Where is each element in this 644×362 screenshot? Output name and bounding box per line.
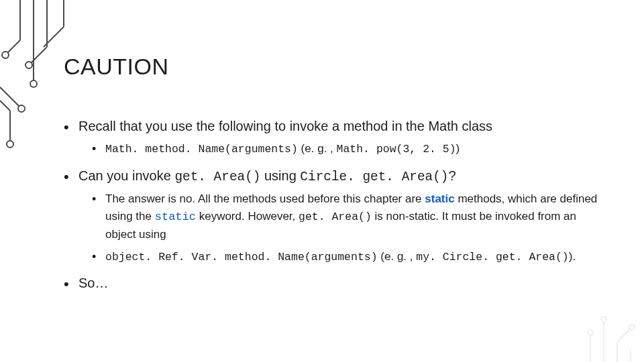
bullet-2-sub-2: object. Ref. Var. method. Name(arguments…: [92, 248, 604, 266]
text-close-2: ).: [569, 250, 576, 263]
text-answerno-c: keyword. However,: [196, 210, 299, 223]
static-keyword: static: [155, 210, 196, 223]
bullet-2: Can you invoke get. Area() using Circle.…: [64, 166, 604, 266]
code-math-pow: Math. pow(3, 2. 5): [337, 143, 456, 156]
code-objectrefvar: object. Ref. Var. method. Name(arguments…: [105, 251, 378, 263]
bullet-1-sublist: Math. method. Name(arguments) (e. g. , M…: [92, 140, 604, 158]
slide-title: CAUTION: [64, 54, 604, 80]
code-circle-getarea: Circle. get. Area(): [300, 170, 448, 184]
text-paren-close: ): [456, 142, 460, 155]
code-mycircle-getarea: my. Circle. get. Area(): [416, 251, 569, 263]
slide-content: CAUTION Recall that you use the followin…: [0, 0, 644, 362]
code-getarea: get. Area(): [174, 170, 260, 184]
bullet-1-sub-1: Math. method. Name(arguments) (e. g. , M…: [92, 140, 604, 158]
text-eg: (e. g. ,: [298, 142, 337, 155]
text-answerno-a: The answer is no. All the methods used b…: [105, 192, 425, 205]
static-word-1: static: [425, 192, 454, 205]
bullet-1: Recall that you use the following to inv…: [64, 117, 604, 158]
bullet-2-pre: Can you invoke: [78, 168, 174, 183]
bullet-list: Recall that you use the following to inv…: [64, 117, 604, 293]
bullet-2-sublist: The answer is no. All the methods used b…: [92, 190, 604, 266]
text-eg-2: (e. g. ,: [378, 250, 417, 263]
bullet-3: So…: [64, 274, 604, 293]
bullet-1-text: Recall that you use the following to inv…: [78, 119, 492, 133]
bullet-2-sub-1: The answer is no. All the methods used b…: [92, 190, 604, 244]
bullet-3-text: So…: [78, 276, 108, 290]
code-math-methodname: Math. method. Name(arguments): [105, 143, 298, 156]
code-getarea-2: get. Area(): [299, 210, 372, 223]
bullet-2-mid: using: [260, 168, 300, 183]
bullet-2-post: ?: [448, 168, 455, 183]
